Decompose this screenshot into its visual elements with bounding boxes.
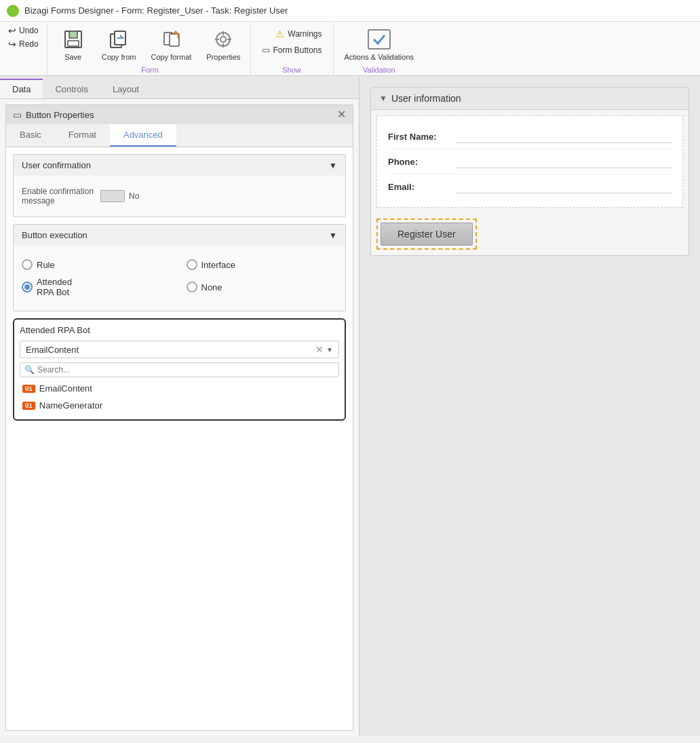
props-header: ▭ Button Properties ✕ bbox=[6, 105, 353, 124]
validation-section-label: Validation bbox=[336, 64, 423, 75]
redo-label: Redo bbox=[19, 39, 39, 49]
copy-from-button[interactable]: Copy from bbox=[95, 24, 143, 64]
copy-format-button[interactable]: Copy format bbox=[144, 24, 198, 64]
form-buttons-button[interactable]: ▭ Form Buttons bbox=[259, 43, 325, 56]
enable-confirmation-label: Enable confirmationmessage bbox=[22, 187, 94, 206]
form-buttons-label: Form Buttons bbox=[273, 45, 322, 55]
rpa-bot-search-row: 🔍 bbox=[20, 362, 339, 377]
panel-tabs: Data Controls Layout bbox=[0, 76, 359, 99]
copy-format-icon bbox=[159, 27, 183, 52]
props-header-left: ▭ Button Properties bbox=[13, 109, 94, 120]
radio-rule-label: Rule bbox=[37, 260, 55, 270]
redo-button[interactable]: ↪ Redo bbox=[5, 38, 41, 50]
properties-label: Properties bbox=[206, 53, 240, 61]
tab-layout[interactable]: Layout bbox=[100, 79, 151, 98]
save-button[interactable]: Save bbox=[53, 24, 94, 64]
svg-rect-2 bbox=[68, 41, 79, 46]
rpa-bot-item-emailcontent[interactable]: Ui EmailContent bbox=[20, 380, 339, 397]
props-title: Button Properties bbox=[26, 110, 94, 120]
radio-dot-attended bbox=[24, 284, 30, 290]
save-label: Save bbox=[64, 53, 81, 61]
rpa-bot-item-2-label: NameGenerator bbox=[39, 400, 102, 411]
checkmark-icon bbox=[366, 27, 393, 52]
ribbon-show-section: ⚠ Warnings ▭ Form Buttons Show bbox=[251, 24, 334, 75]
ui-badge-2: Ui bbox=[22, 402, 35, 410]
phone-input[interactable] bbox=[456, 155, 672, 168]
properties-button[interactable]: Properties bbox=[199, 24, 247, 64]
section-expand-icon: ▼ bbox=[329, 161, 337, 170]
props-content: User confirmation ▼ Enable confirmationm… bbox=[6, 147, 353, 730]
warnings-label: Warnings bbox=[288, 29, 322, 39]
ui-badge-1: Ui bbox=[22, 385, 35, 393]
form-buttons-icon: ▭ bbox=[262, 45, 270, 55]
rpa-bot-dropdown-arrow[interactable]: ▼ bbox=[326, 346, 333, 354]
form-section-header: ▼ User information bbox=[371, 88, 688, 110]
attended-rpa-bot-title: Attended RPA Bot bbox=[20, 325, 339, 335]
svg-rect-14 bbox=[368, 30, 390, 49]
rpa-bot-clear-button[interactable]: ✕ bbox=[315, 344, 324, 355]
firstname-label: First Name: bbox=[388, 132, 456, 142]
user-confirmation-title: User confirmation bbox=[22, 160, 91, 170]
svg-point-9 bbox=[220, 37, 226, 42]
tab-data[interactable]: Data bbox=[0, 79, 43, 98]
section-expand-icon2: ▼ bbox=[329, 231, 337, 240]
right-panel: ▼ User information First Name: Phone: Em… bbox=[359, 76, 700, 736]
undo-icon: ↩ bbox=[8, 25, 16, 36]
radio-circle-rule bbox=[22, 259, 33, 270]
email-label: Email: bbox=[388, 182, 456, 192]
attended-rpa-bot-box: Attended RPA Bot EmailContent ✕ ▼ 🔍 bbox=[13, 318, 346, 421]
email-input[interactable] bbox=[456, 180, 672, 193]
warnings-button[interactable]: ⚠ Warnings bbox=[273, 27, 324, 41]
toggle-switch[interactable]: No bbox=[100, 190, 139, 202]
register-user-button[interactable]: Register User bbox=[381, 223, 473, 246]
rpa-bot-item-1-label: EmailContent bbox=[39, 383, 92, 394]
rpa-bot-item-namegenerator[interactable]: Ui NameGenerator bbox=[20, 397, 339, 414]
user-confirmation-header[interactable]: User confirmation ▼ bbox=[14, 155, 345, 176]
close-button[interactable]: ✕ bbox=[337, 109, 346, 120]
tab-advanced[interactable]: Advanced bbox=[110, 124, 176, 147]
save-icon bbox=[61, 27, 85, 52]
actions-validations-button[interactable]: Actions & Validations bbox=[336, 24, 423, 64]
sub-tabs: Basic Format Advanced bbox=[6, 124, 353, 147]
undo-button[interactable]: ↩ Undo bbox=[5, 24, 41, 37]
form-section-label: Form bbox=[53, 64, 248, 75]
rpa-bot-selected-text: EmailContent bbox=[26, 345, 315, 355]
rpa-bot-selected[interactable]: EmailContent ✕ ▼ bbox=[20, 341, 339, 358]
radio-interface-label: Interface bbox=[201, 260, 236, 270]
svg-rect-1 bbox=[69, 31, 77, 38]
tab-controls[interactable]: Controls bbox=[43, 79, 100, 98]
radio-grid: Rule Interface bbox=[22, 254, 337, 303]
button-execution-body: Rule Interface bbox=[14, 246, 345, 311]
radio-interface[interactable]: Interface bbox=[187, 259, 338, 270]
ribbon-form-section: Save Copy from bbox=[50, 24, 251, 75]
toggle-rect[interactable] bbox=[100, 190, 125, 202]
button-execution-header[interactable]: Button execution ▼ bbox=[14, 225, 345, 246]
rpa-bot-search-input[interactable] bbox=[37, 365, 334, 375]
copy-from-icon bbox=[106, 27, 131, 52]
form-field-firstname: First Name: bbox=[388, 124, 672, 149]
properties-icon bbox=[211, 27, 235, 52]
radio-attended-rpa[interactable]: AttendedRPA Bot bbox=[22, 277, 173, 297]
redo-icon: ↪ bbox=[8, 39, 16, 50]
register-btn-area: Register User bbox=[376, 218, 477, 250]
form-section-title: User information bbox=[391, 93, 461, 104]
radio-none[interactable]: None bbox=[187, 277, 338, 297]
main-layout: Data Controls Layout ▭ Button Properties… bbox=[0, 76, 700, 736]
firstname-input[interactable] bbox=[456, 130, 672, 143]
form-field-phone: Phone: bbox=[388, 149, 672, 174]
button-execution-section: Button execution ▼ Rule bbox=[13, 224, 346, 311]
radio-attended-label: AttendedRPA Bot bbox=[37, 277, 72, 297]
radio-rule[interactable]: Rule bbox=[22, 259, 173, 270]
form-fields: First Name: Phone: Email: bbox=[376, 115, 683, 208]
phone-label: Phone: bbox=[388, 157, 456, 167]
toggle-no-label: No bbox=[129, 191, 139, 201]
copy-format-label: Copy format bbox=[151, 53, 191, 61]
tab-format[interactable]: Format bbox=[55, 124, 110, 147]
chevron-down-icon: ▼ bbox=[379, 94, 387, 103]
radio-circle-attended bbox=[22, 282, 33, 292]
tab-basic[interactable]: Basic bbox=[6, 124, 55, 147]
actions-validations-label: Actions & Validations bbox=[345, 53, 414, 61]
copy-from-label: Copy from bbox=[102, 53, 136, 61]
title-bar: Bizagi Forms Designer - Form: Register_U… bbox=[0, 0, 700, 22]
title-bar-text: Bizagi Forms Designer - Form: Register_U… bbox=[24, 5, 288, 16]
